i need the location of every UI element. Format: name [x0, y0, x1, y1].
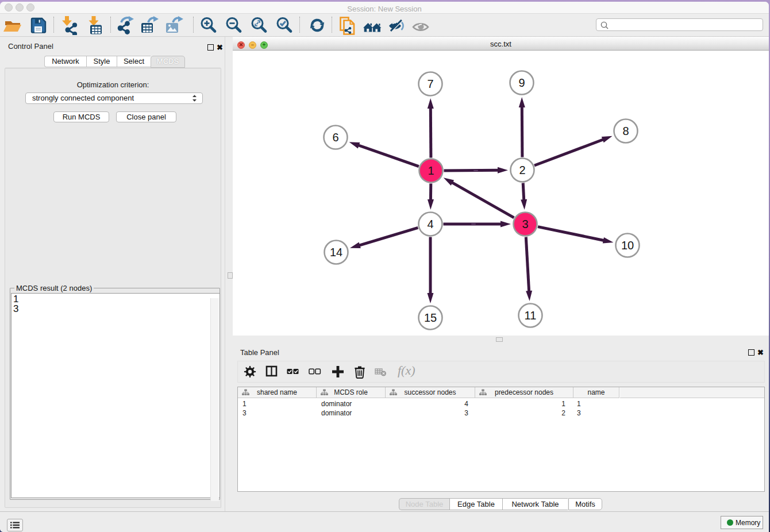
svg-text:14: 14	[330, 246, 342, 259]
svg-text:1: 1	[428, 164, 434, 177]
svg-text:11: 11	[525, 309, 537, 322]
svg-text:6: 6	[332, 131, 338, 144]
svg-text:8: 8	[622, 125, 629, 137]
svg-text:9: 9	[518, 76, 525, 89]
svg-text:3: 3	[522, 218, 528, 230]
svg-text:2: 2	[519, 164, 525, 176]
svg-text:7: 7	[427, 78, 433, 90]
svg-text:4: 4	[427, 218, 433, 230]
svg-text:10: 10	[621, 239, 634, 252]
svg-text:15: 15	[424, 311, 437, 324]
